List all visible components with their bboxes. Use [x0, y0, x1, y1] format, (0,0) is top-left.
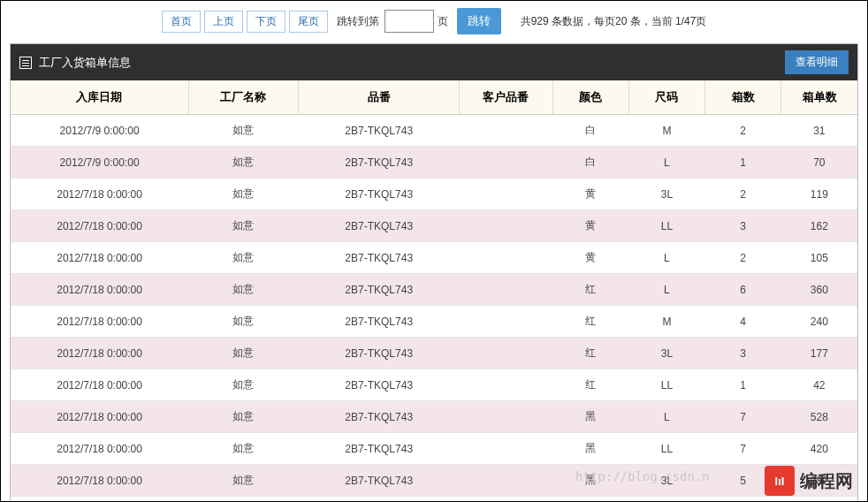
document-icon [19, 57, 32, 69]
watermark-url: http://blog.csdn.n [575, 469, 710, 483]
cell-date: 2012/7/18 0:00:00 [11, 274, 188, 306]
cell-date: 2012/7/18 0:00:00 [11, 210, 188, 242]
cell-date: 2012/7/18 0:00:00 [11, 401, 188, 433]
cell-code: 2B7-TKQL743 [299, 465, 460, 497]
jump-page-input[interactable] [385, 10, 434, 33]
cell-factory: 如意 [188, 433, 299, 465]
column-header: 尺码 [628, 80, 704, 115]
cell-qty: 528 [781, 401, 857, 433]
last-page-link[interactable]: 尾页 [289, 11, 328, 33]
cell-code: 2B7-TKQL743 [299, 147, 460, 179]
table-header-row: 入库日期工厂名称品番客户品番颜色尺码箱数箱单数 [11, 80, 857, 115]
table-row[interactable]: 2012/7/18 0:00:00如意2B7-TKQL743黑3L5282 [11, 465, 857, 497]
column-header: 工厂名称 [188, 80, 299, 115]
table-row[interactable]: 2012/7/18 0:00:00如意2B7-TKQL743黄3L2119 [11, 179, 857, 210]
cell-color: 红 [552, 274, 628, 306]
cell-color: 黄 [552, 242, 628, 274]
cell-size: L [628, 401, 704, 433]
cell-code: 2B7-TKQL743 [299, 242, 460, 274]
jump-label-prefix: 跳转到第 [337, 14, 379, 29]
table-row[interactable]: 2012/7/18 0:00:00如意2B7-TKQL743黑M9590 [11, 497, 857, 503]
cell-factory: 如意 [188, 497, 299, 503]
detail-button[interactable]: 查看明细 [785, 50, 849, 74]
table-row[interactable]: 2012/7/18 0:00:00如意2B7-TKQL743红LL142 [11, 369, 857, 401]
cell-size: LL [628, 433, 704, 465]
table-row[interactable]: 2012/7/9 0:00:00如意2B7-TKQL743白M231 [11, 115, 857, 147]
cell-boxes: 1 [705, 147, 781, 179]
next-page-link[interactable]: 下页 [247, 11, 286, 33]
panel-header: 工厂入货箱单信息 查看明细 [11, 44, 857, 80]
cell-cust [460, 497, 552, 503]
cell-size: M [628, 115, 704, 147]
cell-color: 红 [552, 306, 628, 338]
cell-size: L [628, 147, 704, 179]
table-row[interactable]: 2012/7/18 0:00:00如意2B7-TKQL743红M4240 [11, 306, 857, 338]
cell-qty: 70 [781, 147, 857, 179]
cell-cust [460, 338, 552, 369]
cell-size: L [628, 242, 704, 274]
column-header: 品番 [299, 80, 460, 115]
cell-code: 2B7-TKQL743 [299, 433, 460, 465]
cell-cust [460, 115, 552, 147]
cell-date: 2012/7/18 0:00:00 [11, 369, 188, 401]
cell-factory: 如意 [188, 401, 299, 433]
table-row[interactable]: 2012/7/18 0:00:00如意2B7-TKQL743黄LL3162 [11, 210, 857, 242]
table-row[interactable]: 2012/7/18 0:00:00如意2B7-TKQL743红L6360 [11, 274, 857, 306]
cell-boxes: 6 [705, 274, 781, 306]
cell-qty: 31 [781, 115, 857, 147]
column-header: 颜色 [552, 80, 628, 115]
cell-boxes: 9 [705, 497, 781, 503]
column-header: 箱单数 [781, 80, 857, 115]
cell-color: 白 [552, 147, 628, 179]
cell-qty: 420 [781, 433, 857, 465]
cell-color: 黄 [552, 210, 628, 242]
table-row[interactable]: 2012/7/18 0:00:00如意2B7-TKQL743黄L2105 [11, 242, 857, 274]
cell-date: 2012/7/18 0:00:00 [11, 465, 188, 497]
cell-code: 2B7-TKQL743 [299, 115, 460, 147]
cell-code: 2B7-TKQL743 [299, 210, 460, 242]
cell-factory: 如意 [188, 306, 299, 338]
cell-date: 2012/7/18 0:00:00 [11, 242, 188, 274]
table-body: 2012/7/9 0:00:00如意2B7-TKQL743白M2312012/7… [11, 115, 857, 503]
cell-cust [460, 242, 552, 274]
cell-boxes: 3 [705, 210, 781, 242]
cell-color: 白 [552, 115, 628, 147]
cell-color: 黑 [552, 497, 628, 503]
data-table: 入库日期工厂名称品番客户品番颜色尺码箱数箱单数 2012/7/9 0:00:00… [11, 80, 857, 502]
cell-date: 2012/7/18 0:00:00 [11, 338, 188, 369]
watermark-logo-icon: lıI [765, 466, 795, 496]
prev-page-link[interactable]: 上页 [204, 11, 243, 33]
cell-code: 2B7-TKQL743 [299, 274, 460, 306]
cell-code: 2B7-TKQL743 [299, 401, 460, 433]
panel: 工厂入货箱单信息 查看明细 入库日期工厂名称品番客户品番颜色尺码箱数箱单数 20… [10, 43, 858, 502]
cell-cust [460, 179, 552, 210]
cell-qty: 590 [781, 497, 857, 503]
cell-color: 红 [552, 338, 628, 369]
first-page-link[interactable]: 首页 [162, 11, 201, 33]
cell-color: 黑 [552, 433, 628, 465]
panel-title: 工厂入货箱单信息 [39, 55, 131, 71]
cell-size: 3L [628, 179, 704, 210]
cell-date: 2012/7/18 0:00:00 [11, 497, 188, 503]
cell-qty: 119 [781, 179, 857, 210]
table-row[interactable]: 2012/7/18 0:00:00如意2B7-TKQL743黑L7528 [11, 401, 857, 433]
cell-size: M [628, 497, 704, 503]
table-row[interactable]: 2012/7/18 0:00:00如意2B7-TKQL743红3L3177 [11, 338, 857, 369]
cell-boxes: 4 [705, 306, 781, 338]
cell-date: 2012/7/18 0:00:00 [11, 306, 188, 338]
cell-size: LL [628, 210, 704, 242]
cell-code: 2B7-TKQL743 [299, 497, 460, 503]
column-header: 客户品番 [460, 80, 552, 115]
cell-qty: 360 [781, 274, 857, 306]
table-row[interactable]: 2012/7/18 0:00:00如意2B7-TKQL743黑LL7420 [11, 433, 857, 465]
table-row[interactable]: 2012/7/9 0:00:00如意2B7-TKQL743白L170 [11, 147, 857, 179]
jump-button[interactable]: 跳转 [457, 8, 501, 34]
cell-color: 黄 [552, 179, 628, 210]
cell-date: 2012/7/18 0:00:00 [11, 179, 188, 210]
cell-code: 2B7-TKQL743 [299, 179, 460, 210]
cell-cust [460, 465, 552, 497]
cell-qty: 240 [781, 306, 857, 338]
jump-label-suffix: 页 [438, 14, 448, 29]
cell-qty: 105 [781, 242, 857, 274]
cell-boxes: 7 [705, 401, 781, 433]
